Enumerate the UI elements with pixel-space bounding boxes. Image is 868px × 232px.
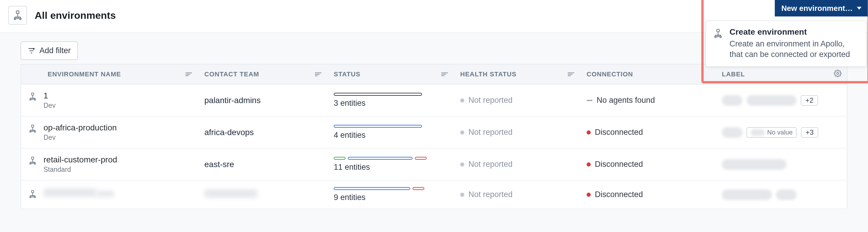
col-contact-team[interactable]: CONTACT TEAM	[197, 64, 327, 84]
svg-rect-0	[17, 11, 19, 13]
contact-team: palantir-admins	[204, 96, 260, 105]
table-header-row: ENVIRONMENT NAME CONTACT TEAM STATUS HEA…	[21, 64, 847, 84]
status-entities: 11 entities	[334, 163, 446, 172]
status-segment	[415, 157, 427, 160]
popover-title: Create environment	[730, 27, 859, 37]
contact-team: africa-devops	[204, 128, 254, 137]
env-name: 1	[43, 91, 56, 100]
environment-icon	[28, 190, 37, 201]
svg-point-24	[32, 196, 33, 197]
add-filter-label: Add filter	[39, 46, 71, 55]
svg-point-3	[17, 17, 19, 19]
status-segment	[348, 157, 412, 160]
col-status[interactable]: STATUS	[327, 64, 453, 84]
col-connection[interactable]: CONNECTION	[580, 64, 715, 84]
status-segment	[334, 93, 422, 96]
team-redacted	[204, 190, 257, 198]
status-bar	[334, 125, 446, 128]
popover-description: Create an environment in Apollo, that ca…	[730, 38, 859, 60]
env-tier: Dev	[43, 134, 117, 141]
dash-icon	[587, 100, 592, 101]
health-dot-icon	[460, 193, 464, 197]
status-entities: 4 entities	[334, 131, 446, 140]
new-environment-label: New environment…	[781, 4, 853, 13]
health-status-text: Not reported	[468, 128, 513, 137]
env-name: retail-customer-prod	[43, 155, 117, 164]
environments-table: ENVIRONMENT NAME CONTACT TEAM STATUS HEA…	[21, 64, 847, 209]
svg-rect-17	[31, 157, 34, 160]
col-environment-name[interactable]: ENVIRONMENT NAME	[21, 64, 197, 84]
env-name-redacted	[43, 189, 96, 197]
new-environment-button[interactable]: New environment…	[775, 0, 868, 16]
status-segment	[334, 125, 422, 128]
label-pill[interactable]	[747, 95, 797, 106]
sort-icon	[315, 72, 321, 77]
contact-team: east-sre	[204, 160, 234, 169]
table-row[interactable]: op-africa-productionDevafrica-devops4 en…	[21, 116, 847, 148]
connection-text: Disconnected	[595, 190, 643, 199]
create-environment-menu-item[interactable]: Create environment Create an environment…	[706, 21, 866, 67]
label-pill[interactable]	[776, 190, 797, 200]
svg-rect-4	[717, 29, 719, 32]
svg-point-6	[720, 36, 721, 38]
connection-text: Disconnected	[595, 160, 643, 169]
label-pill[interactable]	[722, 159, 786, 170]
status-segment	[334, 187, 410, 190]
table-row[interactable]: 9 entitiesNot reportedDisconnected	[21, 180, 847, 209]
col-label[interactable]: LABEL	[715, 64, 847, 84]
svg-rect-13	[31, 125, 34, 128]
health-dot-icon	[460, 98, 464, 102]
environment-icon	[713, 29, 723, 40]
table-row[interactable]: retail-customer-prodStandardeast-sre11 e…	[21, 148, 847, 180]
status-segment	[334, 157, 345, 160]
health-dot-icon	[460, 130, 464, 134]
status-bar	[334, 157, 446, 160]
health-status-text: Not reported	[468, 96, 513, 105]
connection-dot-icon	[587, 162, 591, 167]
page-title: All environments	[35, 10, 116, 21]
svg-point-5	[715, 36, 717, 38]
status-entities: 9 entities	[334, 193, 446, 202]
status-segment	[412, 187, 424, 190]
svg-point-7	[717, 35, 719, 37]
connection-text: Disconnected	[595, 128, 643, 137]
env-tier: Dev	[43, 102, 56, 109]
label-pill[interactable]	[722, 95, 742, 106]
svg-point-8	[837, 72, 839, 75]
chevron-down-icon	[857, 7, 862, 10]
status-bar	[334, 93, 446, 96]
svg-rect-21	[31, 191, 34, 193]
label-no-value[interactable]: No value	[747, 127, 797, 138]
sort-icon	[568, 72, 574, 77]
svg-point-20	[32, 162, 33, 164]
environments-icon	[8, 6, 27, 25]
table-row[interactable]: 1Devpalantir-admins3 entitiesNot reporte…	[21, 84, 847, 116]
status-bar	[334, 187, 446, 190]
gear-icon[interactable]	[834, 70, 841, 79]
label-pill[interactable]	[722, 190, 772, 200]
health-status-text: Not reported	[468, 160, 513, 169]
label-pill[interactable]	[722, 127, 742, 138]
environment-icon	[28, 156, 37, 167]
label-more[interactable]: +3	[801, 127, 818, 138]
page-header: All environments New environment… Create…	[0, 0, 868, 33]
env-tier: Standard	[43, 166, 117, 173]
sort-icon	[441, 72, 448, 77]
label-more[interactable]: +2	[801, 95, 818, 106]
svg-point-16	[32, 130, 33, 132]
connection-dot-icon	[587, 193, 591, 197]
status-entities: 3 entities	[334, 99, 446, 108]
svg-point-12	[32, 98, 33, 100]
col-health-status[interactable]: HEALTH STATUS	[453, 64, 580, 84]
health-dot-icon	[460, 162, 464, 167]
svg-rect-9	[31, 93, 34, 95]
environment-icon	[28, 92, 37, 103]
connection-dot-icon	[587, 130, 591, 134]
filter-icon	[28, 47, 35, 55]
env-tier-redacted	[96, 191, 114, 197]
env-name: op-africa-production	[43, 123, 117, 132]
connection-text: No agents found	[597, 96, 655, 105]
environment-icon	[28, 124, 37, 135]
add-filter-button[interactable]: Add filter	[21, 41, 78, 60]
sort-icon	[186, 72, 192, 77]
